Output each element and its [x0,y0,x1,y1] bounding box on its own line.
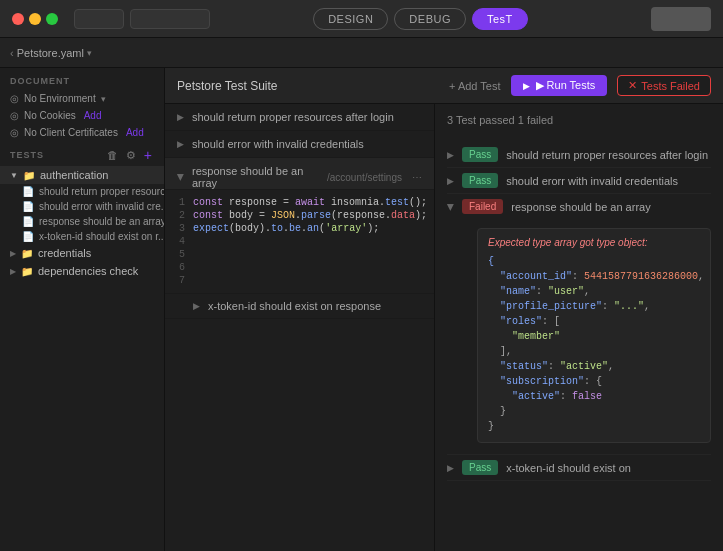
tests-failed-badge: ✕ Tests Failed [617,75,711,96]
run-icon: ▶ [523,81,530,91]
chevron-icon-2: ▶ [177,139,184,149]
result-label-2: should erorr with invalid credentials [506,175,678,187]
line-num-2: 2 [165,210,193,221]
content-area: Petstore Test Suite + Add Test ▶ ▶ Run T… [165,68,723,551]
file-icon-t1: 📄 [22,186,34,197]
line-num-3: 3 [165,223,193,234]
code-line-6: 6 [165,261,434,274]
petstore-file-label[interactable]: ‹ Petstore.yaml ▾ [10,47,92,59]
line-num-5: 5 [165,249,193,260]
result-chevron-3: ▶ [446,203,456,210]
test-list-item-3[interactable]: ▶ response should be an array /account/s… [165,158,434,190]
code-line-4: 4 [165,235,434,248]
test-list-item-2[interactable]: ▶ should error with invalid credentials [165,131,434,158]
test-list-item-4[interactable]: ▶ x-token-id should exist on response [165,294,434,319]
result-label-1: should return proper resources after log… [506,149,708,161]
file-icon-t3: 📄 [22,216,34,227]
sidebar-item-t1-label: should return proper resourc... [39,186,164,197]
tab-debug[interactable]: DEBUG [394,8,466,30]
deps-chevron-icon: ▶ [10,267,16,276]
result-item-4[interactable]: ▶ Pass x-token-id should exist on [447,455,711,481]
chevron-left-icon: ‹ [10,47,14,59]
send-button[interactable] [651,7,711,31]
code-line-1: 1 const response = await insomnia.test()… [165,196,434,209]
test-item-2-label: should error with invalid credentials [192,138,364,150]
folder-chevron-icon: ▼ [10,171,18,180]
line-num-7: 7 [165,275,193,286]
certs-icon: ◎ [10,127,19,138]
tests-settings-button[interactable]: ⚙ [124,149,138,162]
result-item-2[interactable]: ▶ Pass should erorr with invalid credent… [447,168,711,194]
test-item-4-label: x-token-id should exist on response [208,300,381,312]
result-chevron-4: ▶ [447,463,454,473]
cookies-item[interactable]: ◎ No Cookies Add [0,107,164,124]
folder-deps-label: dependencies check [38,265,138,277]
result-badge-2: Pass [462,173,498,188]
sidebar-item-t3-label: response should be an array [39,216,164,227]
tests-actions: 🗑 ⚙ + [105,147,154,163]
add-test-button[interactable]: + Add Test [449,80,500,92]
minimize-dot[interactable] [29,13,41,25]
tab-design[interactable]: DESIGN [313,8,388,30]
top-bar: ‹ Petstore.yaml ▾ [0,38,723,68]
folder-icon-deps: 📁 [21,266,33,277]
env-label: No Environment [24,93,96,104]
result-chevron-2: ▶ [447,176,454,186]
filename: Petstore.yaml [17,47,84,59]
test-item-1-label: should return proper resources after log… [192,111,394,123]
result-chevron-1: ▶ [447,150,454,160]
result-badge-4: Pass [462,460,498,475]
chevron-down-icon: ▾ [87,48,92,58]
traffic-lights [12,13,58,25]
main-layout: DOCUMENT ◎ No Environment ▾ ◎ No Cookies… [0,68,723,551]
line-num-1: 1 [165,197,193,208]
url-input[interactable] [74,9,124,29]
line-num-6: 6 [165,262,193,273]
cookies-add-link[interactable]: Add [84,110,102,121]
sidebar-item-t2[interactable]: 📄 should error with invalid cre... [0,199,164,214]
run-tests-button[interactable]: ▶ ▶ Run Tests [511,75,608,96]
test-list-panel: ▶ should return proper resources after l… [165,104,435,551]
env-icon: ◎ [10,93,19,104]
test-item-3-action-icon[interactable]: ⋯ [412,172,422,183]
error-title-3: Expected type array got type object: [488,237,700,248]
chevron-icon-4: ▶ [193,301,200,311]
test-item-3-label: response should be an array [192,165,321,189]
code-line-2: 2 const body = JSON.parse(response.data)… [165,209,434,222]
sidebar-item-t4[interactable]: 📄 x-token-id should exist on r... [0,229,164,244]
code-line-3: 3 expect(body).to.be.an('array'); [165,222,434,235]
test-list-item-1[interactable]: ▶ should return proper resources after l… [165,104,434,131]
sidebar: DOCUMENT ◎ No Environment ▾ ◎ No Cookies… [0,68,165,551]
close-dot[interactable] [12,13,24,25]
results-panel: 3 Test passed 1 failed ▶ Pass should ret… [435,104,723,551]
sidebar-item-t3[interactable]: 📄 response should be an array [0,214,164,229]
result-row-3: ▶ Failed response should be an array [447,199,711,214]
result-item-3[interactable]: ▶ Failed response should be an array Exp… [447,194,711,455]
cookies-label: No Cookies [24,110,76,121]
folder-creds-label: credentials [38,247,91,259]
sidebar-folder-deps[interactable]: ▶ 📁 dependencies check [0,262,164,280]
creds-chevron-icon: ▶ [10,249,16,258]
result-item-1[interactable]: ▶ Pass should return proper resources af… [447,142,711,168]
certs-item[interactable]: ◎ No Client Certificates Add [0,124,164,141]
env-item[interactable]: ◎ No Environment ▾ [0,90,164,107]
url-input-2[interactable] [130,9,210,29]
result-badge-3: Failed [462,199,503,214]
certs-label: No Client Certificates [24,127,118,138]
sidebar-folder-auth[interactable]: ▼ 📁 authentication [0,166,164,184]
tests-delete-button[interactable]: 🗑 [105,149,120,161]
sidebar-item-t1[interactable]: 📄 should return proper resourc... [0,184,164,199]
sidebar-folder-creds[interactable]: ▶ 📁 credentials [0,244,164,262]
maximize-dot[interactable] [46,13,58,25]
tests-add-button[interactable]: + [142,147,154,163]
certs-add-link[interactable]: Add [126,127,144,138]
run-tests-label: ▶ Run Tests [536,79,596,92]
code-line-5: 5 [165,248,434,261]
suite-header: Petstore Test Suite + Add Test ▶ ▶ Run T… [165,68,723,104]
result-label-4: x-token-id should exist on [506,462,631,474]
code-line-7: 7 [165,274,434,287]
sidebar-item-t4-label: x-token-id should exist on r... [39,231,164,242]
failed-label: Tests Failed [641,80,700,92]
tab-test[interactable]: TesT [472,8,528,30]
line-code-2: const body = JSON.parse(response.data); [193,210,427,221]
